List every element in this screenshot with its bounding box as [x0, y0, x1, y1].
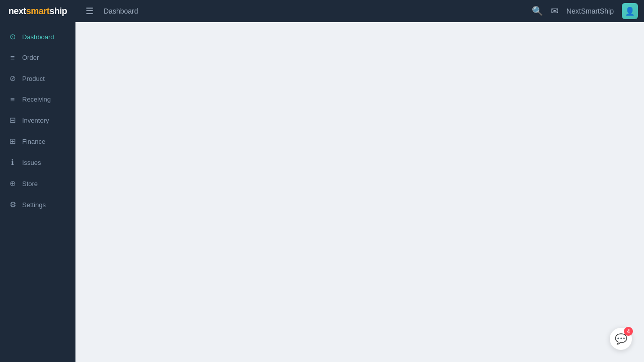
- avatar[interactable]: 👤: [622, 3, 638, 19]
- sidebar-item-receiving[interactable]: ≡Receiving: [0, 89, 75, 110]
- content-area: [75, 22, 644, 362]
- header-left: nextsmartship ☰ Dashboard: [0, 0, 138, 22]
- breadcrumb: Dashboard: [104, 7, 138, 15]
- sidebar-item-inventory[interactable]: ⊟Inventory: [0, 110, 75, 131]
- dashboard-icon: ⊙: [8, 32, 17, 41]
- search-icon[interactable]: 🔍: [532, 6, 543, 17]
- sidebar-item-product[interactable]: ⊘Product: [0, 68, 75, 89]
- sidebar-label-settings: Settings: [22, 201, 46, 209]
- sidebar-label-issues: Issues: [22, 159, 41, 166]
- sidebar-label-receiving: Receiving: [22, 96, 51, 103]
- main-layout: ⊙Dashboard≡Order⊘Product≡Receiving⊟Inven…: [0, 22, 644, 362]
- header-right: 🔍 ✉ NextSmartShip 👤: [532, 3, 638, 19]
- chat-button[interactable]: 4 💬: [610, 328, 632, 350]
- sidebar-item-store[interactable]: ⊕Store: [0, 173, 75, 194]
- sidebar-label-store: Store: [22, 180, 38, 188]
- product-icon: ⊘: [8, 74, 17, 83]
- username-label: NextSmartShip: [567, 7, 614, 15]
- sidebar-item-order[interactable]: ≡Order: [0, 47, 75, 68]
- order-icon: ≡: [8, 53, 17, 62]
- logo-text: nextsmartship: [9, 6, 67, 17]
- sidebar-label-finance: Finance: [22, 138, 45, 145]
- sidebar: ⊙Dashboard≡Order⊘Product≡Receiving⊟Inven…: [0, 22, 75, 362]
- sidebar-label-order: Order: [22, 54, 39, 61]
- avatar-icon: 👤: [625, 7, 635, 16]
- sidebar-item-finance[interactable]: ⊞Finance: [0, 131, 75, 152]
- sidebar-label-dashboard: Dashboard: [22, 33, 54, 41]
- finance-icon: ⊞: [8, 137, 17, 146]
- sidebar-item-dashboard[interactable]: ⊙Dashboard: [0, 26, 75, 47]
- sidebar-item-issues[interactable]: ℹIssues: [0, 152, 75, 173]
- sidebar-item-settings[interactable]: ⚙Settings: [0, 194, 75, 215]
- sidebar-label-inventory: Inventory: [22, 117, 49, 124]
- inventory-icon: ⊟: [8, 116, 17, 125]
- mail-icon[interactable]: ✉: [551, 6, 558, 17]
- sidebar-label-product: Product: [22, 75, 45, 82]
- receiving-icon: ≡: [8, 95, 17, 104]
- issues-icon: ℹ: [8, 158, 17, 167]
- store-icon: ⊕: [8, 179, 17, 188]
- chat-badge: 4: [624, 327, 633, 336]
- settings-icon: ⚙: [8, 200, 17, 209]
- hamburger-icon[interactable]: ☰: [82, 6, 98, 17]
- logo: nextsmartship: [0, 0, 75, 22]
- header: nextsmartship ☰ Dashboard 🔍 ✉ NextSmartS…: [0, 0, 644, 22]
